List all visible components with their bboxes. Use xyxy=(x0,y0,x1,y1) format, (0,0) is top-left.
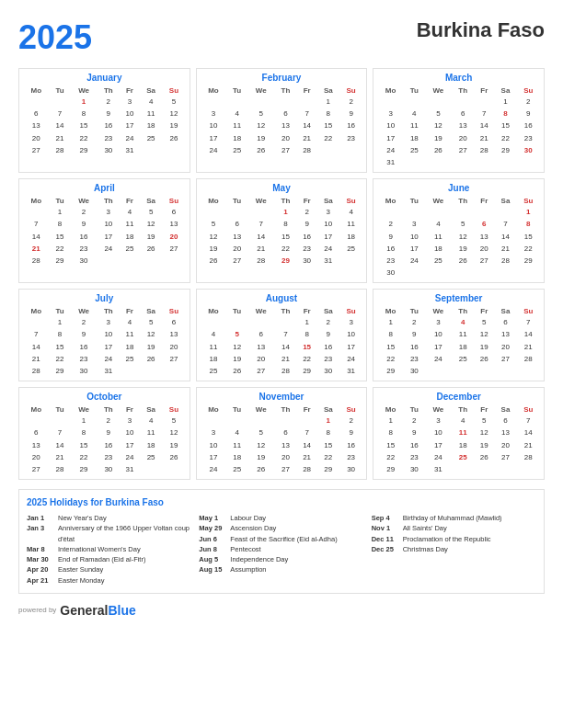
day-cell: 13 xyxy=(274,439,296,451)
day-cell: 9 xyxy=(339,427,362,438)
day-cell xyxy=(404,267,425,279)
day-cell xyxy=(474,156,494,168)
day-cell: 18 xyxy=(226,132,247,144)
month-table: MoTuWeThFrSaSu12345678910111213141516171… xyxy=(23,85,186,156)
holiday-name: Easter Sunday xyxy=(58,564,103,574)
holiday-item: Apr 21Easter Monday xyxy=(27,575,191,586)
day-cell: 24 xyxy=(201,144,227,156)
holiday-item: Jun 8Pentecost xyxy=(199,544,363,554)
day-cell: 14 xyxy=(297,439,317,451)
day-cell: 13 xyxy=(474,231,494,243)
day-cell: 18 xyxy=(452,341,474,353)
day-cell: 14 xyxy=(517,427,540,438)
day-cell: 3 xyxy=(404,218,425,230)
day-cell: 25 xyxy=(120,353,140,365)
holiday-name: Birthday of Muhammad (Mawlid) xyxy=(403,513,502,523)
holiday-date: Jun 8 xyxy=(199,544,226,554)
day-cell: 3 xyxy=(425,316,452,328)
day-cell: 9 xyxy=(404,328,425,340)
day-cell: 21 xyxy=(50,132,71,144)
day-cell: 25 xyxy=(452,451,474,463)
day-cell: 7 xyxy=(274,328,296,340)
day-cell: 5 xyxy=(474,316,494,328)
day-cell: 22 xyxy=(517,243,540,255)
day-cell xyxy=(98,255,120,267)
holiday-date: Mar 30 xyxy=(27,554,54,564)
holiday-name: Pentecost xyxy=(230,544,260,554)
day-cell: 12 xyxy=(162,427,185,438)
holiday-name: Assumption xyxy=(230,564,266,574)
day-cell: 11 xyxy=(404,119,425,131)
holiday-name: New Year's Day xyxy=(58,513,107,523)
day-cell: 21 xyxy=(517,341,540,353)
day-cell: 13 xyxy=(494,427,516,438)
day-cell: 30 xyxy=(98,463,120,475)
month-title: October xyxy=(23,392,186,402)
day-cell: 23 xyxy=(517,132,540,144)
day-cell: 1 xyxy=(517,206,540,218)
day-cell xyxy=(474,463,494,475)
day-cell xyxy=(140,365,162,377)
day-cell: 9 xyxy=(297,218,317,230)
day-cell: 26 xyxy=(474,353,494,365)
day-cell: 1 xyxy=(70,96,97,108)
day-cell: 6 xyxy=(494,415,516,427)
day-cell: 4 xyxy=(339,206,362,218)
day-cell: 18 xyxy=(140,439,162,451)
day-cell xyxy=(247,316,274,328)
day-cell: 28 xyxy=(297,463,317,475)
holiday-item: Jan 3Anniversary of the 1966 Upper Volta… xyxy=(27,523,191,544)
day-cell: 7 xyxy=(50,108,71,119)
day-cell: 18 xyxy=(452,439,474,451)
day-cell: 26 xyxy=(474,451,494,463)
day-cell: 3 xyxy=(98,206,120,218)
day-cell: 14 xyxy=(474,119,494,131)
holiday-date: May 29 xyxy=(199,523,226,533)
holiday-date: Dec 11 xyxy=(372,534,399,544)
day-cell: 20 xyxy=(274,132,296,144)
day-cell: 29 xyxy=(377,463,404,475)
day-cell: 19 xyxy=(452,243,474,255)
month-table: MoTuWeThFrSaSu12345678910111213141516171… xyxy=(201,196,363,267)
day-cell: 7 xyxy=(297,427,317,438)
holiday-date: Aug 5 xyxy=(199,554,226,564)
day-cell xyxy=(494,267,516,279)
day-cell: 8 xyxy=(317,427,339,438)
day-cell: 16 xyxy=(377,243,404,255)
day-cell: 1 xyxy=(50,316,71,328)
month-title: January xyxy=(23,73,186,83)
day-cell: 14 xyxy=(297,119,317,131)
day-cell: 14 xyxy=(50,119,71,131)
day-cell: 6 xyxy=(23,427,50,438)
day-cell: 30 xyxy=(377,267,404,279)
holiday-item: Apr 20Easter Sunday xyxy=(27,564,191,574)
day-cell xyxy=(297,96,317,108)
day-cell: 18 xyxy=(140,119,162,131)
holidays-grid: Jan 1New Year's DayJan 3Anniversary of t… xyxy=(27,513,536,586)
holiday-item: Dec 11Proclamation of the Republic xyxy=(372,534,536,544)
day-cell: 28 xyxy=(517,451,540,463)
day-cell xyxy=(452,206,474,218)
day-cell: 22 xyxy=(377,353,404,365)
day-cell: 12 xyxy=(162,108,185,119)
day-cell: 5 xyxy=(201,218,227,230)
day-cell: 10 xyxy=(317,218,339,230)
day-cell xyxy=(50,415,71,427)
day-cell: 17 xyxy=(339,341,362,353)
day-cell: 8 xyxy=(50,218,71,230)
holiday-name: International Women's Day xyxy=(58,544,141,554)
day-cell: 27 xyxy=(452,144,474,156)
day-cell: 28 xyxy=(23,365,50,377)
day-cell: 18 xyxy=(120,341,140,353)
day-cell: 14 xyxy=(517,328,540,340)
month-block-january: JanuaryMoTuWeThFrSaSu1234567891011121314… xyxy=(18,68,190,173)
day-cell: 31 xyxy=(98,365,120,377)
day-cell: 14 xyxy=(494,231,516,243)
day-cell xyxy=(23,96,50,108)
day-cell xyxy=(317,144,339,156)
day-cell: 8 xyxy=(377,427,404,438)
day-cell: 3 xyxy=(201,427,227,438)
day-cell: 19 xyxy=(247,451,274,463)
day-cell: 30 xyxy=(404,365,425,377)
day-cell: 11 xyxy=(201,341,227,353)
